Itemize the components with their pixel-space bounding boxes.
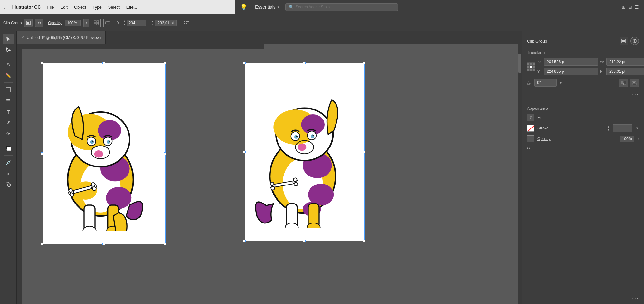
sel-handle-2-bc[interactable] [303,240,306,242]
sel-handle-2-bl[interactable] [243,240,246,242]
sel-handle-tl[interactable] [41,62,43,64]
shape-tool[interactable] [3,85,14,95]
grid-view-icon[interactable]: ⊞ [622,5,626,10]
menu-type[interactable]: Type [92,5,101,10]
sel-handle-2-ml[interactable] [243,151,246,153]
grid-tc[interactable] [530,62,533,65]
lightbulb-icon[interactable]: 💡 [240,4,247,11]
sel-handle-2-br[interactable] [363,240,365,242]
svg-point-63 [313,135,314,136]
menu-file[interactable]: File [47,5,54,10]
pen-tool[interactable]: ✎ [3,59,14,70]
stroke-expand-icon[interactable]: ▼ [635,126,639,130]
rotate-tool[interactable]: ↺ [3,118,14,128]
opacity-label[interactable]: Opacity [537,137,616,141]
grid-bl[interactable] [527,68,530,71]
menu-effect[interactable]: Effe... [126,5,137,10]
y-input[interactable] [544,68,598,75]
sel-handle-2-tc[interactable] [303,62,306,64]
selection-tool[interactable] [3,34,14,44]
type-tool[interactable]: T [3,107,14,117]
eyedropper-tool[interactable]: 💉 [3,157,14,168]
reflect-tool[interactable]: ⟳ [3,128,14,139]
selection-indicator-icon[interactable] [24,19,33,27]
sel-handle-2-tr[interactable] [363,62,365,64]
nine-point-grid[interactable] [527,62,535,71]
list-icon[interactable]: ☰ [635,5,639,10]
sel-handle-ml[interactable] [41,152,43,155]
grid-mr[interactable] [533,65,535,68]
direct-selection-tool[interactable] [3,45,14,55]
grid-bc[interactable] [530,68,533,71]
flip-horizontal-icon[interactable] [619,79,628,87]
svg-rect-82 [621,81,623,84]
sel-handle-br[interactable] [164,243,166,245]
more-options-button[interactable]: ··· [632,91,639,98]
gradient-tool[interactable]: ⟡ [3,168,14,179]
sel-handle-bc[interactable] [102,243,105,245]
menu-select[interactable]: Select [108,5,120,10]
fx-label[interactable]: fx. [527,146,532,150]
height-down-arrow[interactable]: ▼ [151,23,154,26]
x-input[interactable] [544,58,598,66]
sel-handle-tc[interactable] [102,62,105,64]
search-stock-input[interactable] [296,5,394,9]
x-value[interactable]: 204, [127,20,146,26]
transform-corners-icon[interactable] [92,19,101,27]
stroke-value-field[interactable] [613,124,632,132]
svg-rect-13 [187,21,189,22]
opacity-value[interactable]: 100% [620,136,635,142]
fill-label[interactable]: Fill [537,115,639,120]
visibility-icon[interactable] [630,37,639,45]
panel-icon[interactable]: ⊟ [628,5,632,10]
fill-swatch[interactable]: ? [527,114,534,121]
opacity-expand-button[interactable]: › [83,19,89,27]
flip-vertical-icon[interactable] [630,79,639,87]
svg-rect-14 [184,23,185,24]
stroke-arrows[interactable]: ▲ ▼ [607,125,610,131]
x-up-arrow[interactable]: ▲ [123,20,126,23]
scroll-track-mid[interactable] [518,44,522,304]
target-icon[interactable]: ⊙ [35,19,43,27]
sel-handle-2-tl[interactable] [243,62,246,64]
sel-handle-2-mr[interactable] [363,151,365,153]
document-tab[interactable]: ✕ Untitled-1* @ 65,9% (CMYK/GPU Preview) [17,31,106,44]
apple-icon[interactable]:  [4,4,6,10]
h-input[interactable] [606,68,644,75]
align-icon[interactable] [182,19,191,27]
pencil-tool[interactable]: ✏️ [3,70,14,81]
stroke-label[interactable]: Stroke [537,126,604,130]
mask-icon[interactable] [620,37,628,45]
svg-point-61 [311,134,314,138]
grid-br[interactable] [533,68,535,71]
sel-handle-tr[interactable] [164,62,166,64]
fx-row: fx. [527,146,639,150]
menu-object[interactable]: Object [74,5,86,10]
w-input[interactable] [606,58,644,66]
x-down-arrow[interactable]: ▼ [123,23,126,26]
grid-tr[interactable] [533,62,535,65]
panel-bottom-more-button[interactable]: ··· [632,295,639,301]
sel-handle-bl[interactable] [41,243,43,245]
paintbrush-tool[interactable]: ☰ [3,96,14,106]
search-stock-bar[interactable]: 🔍 [285,3,398,11]
opacity-input[interactable] [65,20,81,26]
panel-clip-group-header: Clip Group [527,37,639,45]
transform-bounds-icon[interactable] [103,19,112,27]
height-value[interactable]: 233,01 pt [155,20,177,26]
opacity-chevron-icon[interactable]: › [638,137,639,141]
shape-builder-tool[interactable] [3,179,14,190]
height-up-arrow[interactable]: ▲ [151,20,154,23]
menu-edit[interactable]: Edit [60,5,67,10]
scroll-thumb-mid[interactable] [518,54,521,73]
tab-close-icon[interactable]: ✕ [21,35,24,40]
grid-center[interactable] [530,65,533,68]
angle-input[interactable] [534,79,557,87]
stroke-swatch[interactable] [527,125,534,132]
sel-handle-mr[interactable] [164,152,166,155]
fill-swatch[interactable] [3,143,14,153]
angle-dropdown-icon[interactable]: ▼ [559,81,563,85]
grid-ml[interactable] [527,65,530,68]
grid-tl[interactable] [527,62,530,65]
essentials-button[interactable]: Essentials ▼ [255,5,280,10]
